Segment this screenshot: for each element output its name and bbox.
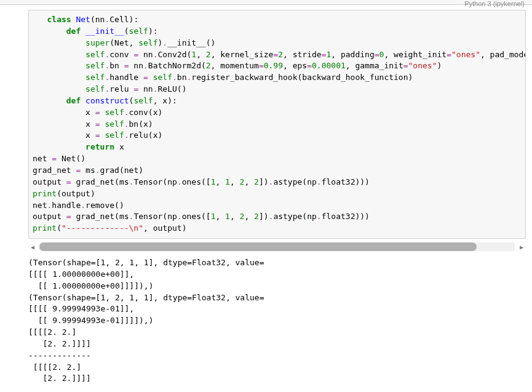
code-line: self.bn = nn.BatchNorm2d(2, momentum=0.9… xyxy=(33,60,522,72)
code-line: print("-------------\n", output) xyxy=(33,223,522,234)
code-line: x = self.bn(x) xyxy=(33,119,522,130)
code-line: x = self.relu(x) xyxy=(33,130,522,142)
code-line: class Net(nn.Cell): xyxy=(33,14,522,26)
notebook-toolbar xyxy=(0,0,532,5)
code-cell-input[interactable]: class Net(nn.Cell): def __init__(self): … xyxy=(28,10,526,239)
code-line: grad_net = ms.grad(net) xyxy=(33,165,522,177)
code-cell-wrapper: class Net(nn.Cell): def __init__(self): … xyxy=(0,5,532,254)
code-line: output = grad_net(ms.Tensor(np.ones([1, … xyxy=(33,177,522,188)
code-line: return x xyxy=(33,142,522,153)
code-line: def construct(self, x): xyxy=(33,95,522,107)
scroll-thumb[interactable] xyxy=(39,242,477,251)
code-line: net = Net() xyxy=(33,153,522,165)
horizontal-scrollbar[interactable]: ◀ ▶ xyxy=(28,242,526,251)
code-line: super(Net, self).__init__() xyxy=(33,38,522,49)
code-line: output = grad_net(ms.Tensor(np.ones([1, … xyxy=(33,211,522,223)
code-line: def __init__(self): xyxy=(33,26,522,38)
cell-output: (Tensor(shape=[1, 2, 1, 1], dtype=Float3… xyxy=(0,254,532,391)
scroll-left-icon[interactable]: ◀ xyxy=(28,242,37,251)
code-line: self.relu = nn.ReLU() xyxy=(33,84,522,95)
code-line: x = self.conv(x) xyxy=(33,107,522,119)
scroll-track[interactable] xyxy=(39,242,515,251)
code-line: net.handle.remove() xyxy=(33,200,522,212)
kernel-indicator[interactable]: Python 3 (ipykernel) xyxy=(464,0,525,7)
code-line: print(output) xyxy=(33,188,522,200)
code-line: self.conv = nn.Conv2d(1, 2, kernel_size=… xyxy=(33,49,522,61)
scroll-right-icon[interactable]: ▶ xyxy=(517,242,526,251)
code-line: self.handle = self.bn.register_backward_… xyxy=(33,72,522,84)
